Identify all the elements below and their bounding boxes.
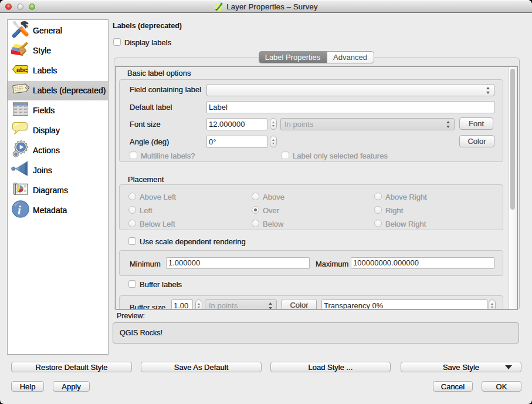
- svg-text:abc: abc: [16, 66, 28, 73]
- svg-text:i: i: [18, 203, 21, 217]
